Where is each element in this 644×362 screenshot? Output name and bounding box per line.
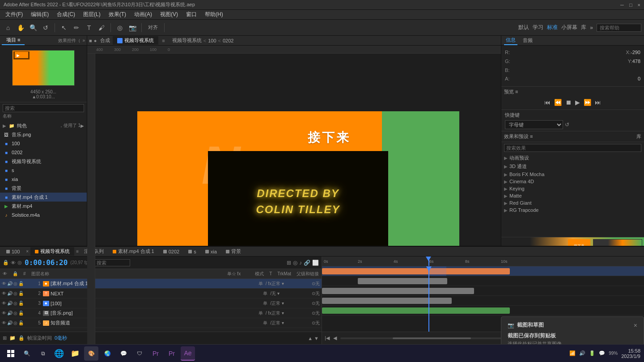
layer2-audio[interactable]: 🔊: [7, 291, 13, 296]
brush-icon[interactable]: 🖌: [96, 22, 107, 33]
taskbar-app1[interactable]: 🎨: [84, 346, 98, 361]
layer-solo-icon[interactable]: ◎: [17, 260, 22, 265]
tl-goto-start[interactable]: |◀: [325, 335, 330, 341]
layer-vis-icon[interactable]: 👁: [11, 260, 16, 265]
tl-tab-100[interactable]: 100: [2, 248, 24, 255]
tl-icon2[interactable]: ◎: [293, 260, 297, 266]
tl-bottom-icon1[interactable]: ⊞: [3, 335, 7, 341]
effect-group-animation[interactable]: ▶ 动画预设: [501, 154, 644, 162]
comp-menu-icon[interactable]: ≡: [162, 38, 165, 43]
tab-info[interactable]: 信息: [504, 36, 517, 45]
expand-icon[interactable]: »: [590, 25, 593, 31]
list-item-music[interactable]: 🖼 音乐.png: [0, 130, 87, 139]
prev-first-button[interactable]: ⏮: [544, 99, 551, 106]
layer1-solo[interactable]: ◎: [13, 281, 17, 286]
standard-label[interactable]: 标准: [547, 24, 558, 31]
tl-tab-0202[interactable]: 0202: [159, 248, 184, 255]
taskbar-edge[interactable]: 🌐: [52, 346, 66, 361]
taskbar-premiere1[interactable]: Pr: [148, 346, 163, 361]
start-button[interactable]: [4, 346, 18, 361]
project-search-input[interactable]: [3, 104, 84, 112]
tl-tab-bg[interactable]: 背景: [221, 247, 246, 256]
layer4-solo-btn[interactable]: 单: [258, 310, 263, 316]
tab-project[interactable]: 项目 ≡: [2, 36, 25, 45]
layer-5[interactable]: 👁 🔊 ◎ 🔓 5 ♪ 知音频道 单 / 正常 ▾ ⊙ 无: [0, 318, 322, 328]
tl-bottom-icon3[interactable]: 🔒: [18, 335, 25, 341]
zoom-icon[interactable]: 🔍: [28, 22, 38, 33]
menu-view[interactable]: 视图(V): [157, 10, 182, 19]
layer3-mode[interactable]: 正常 ▾: [271, 300, 289, 307]
tl-menu-icon[interactable]: ≡: [75, 249, 80, 254]
layer2-eye[interactable]: 👁: [2, 291, 6, 296]
menu-effects[interactable]: 效果(T): [105, 10, 130, 19]
effects-search-input[interactable]: [504, 144, 641, 152]
search-input[interactable]: [597, 24, 641, 32]
tab-audio[interactable]: 音频: [521, 36, 534, 45]
layer5-lock[interactable]: 🔓: [18, 320, 24, 325]
camera-icon[interactable]: 📷: [127, 22, 138, 33]
layer2-mode[interactable]: 无 ▾: [271, 290, 289, 297]
layer-3[interactable]: 👁 🔊 ◎ 🔓 3 ■ [100] 单 / 正常 ▾ ⊙ 无: [0, 299, 322, 308]
effect-group-matte[interactable]: ▶ Matte: [501, 192, 644, 199]
taskbar-wechat[interactable]: 💬: [116, 346, 131, 361]
pen-icon[interactable]: ✏: [71, 22, 82, 33]
layer1-eye[interactable]: 👁: [2, 281, 6, 286]
effect-group-trapcode[interactable]: ▶ RG Trapcode: [501, 206, 644, 214]
tl-tab-footage[interactable]: 素材.mp4 合成 1: [108, 247, 159, 256]
taskbar-ae[interactable]: Ae: [181, 346, 195, 361]
tl-icon5[interactable]: ⬜: [312, 260, 319, 266]
tl-tab-xia[interactable]: xia: [201, 248, 221, 255]
rotate-icon[interactable]: ↺: [40, 22, 51, 33]
smallscreen-label[interactable]: 小屏幕: [561, 24, 577, 31]
prev-back-button[interactable]: ⏪: [554, 99, 562, 106]
taskbar-premiere2[interactable]: Pr: [165, 346, 179, 361]
breadcrumb-0202[interactable]: 0202: [223, 38, 233, 43]
list-item-pure-color[interactable]: ▶ 📁 纯色 ，使用了 1 ▶: [0, 121, 87, 130]
taskbar-shield[interactable]: 🛡: [132, 346, 147, 361]
select-icon[interactable]: ↖: [59, 22, 69, 33]
layer3-eye[interactable]: 👁: [2, 301, 6, 306]
prev-forward-button[interactable]: ⏩: [584, 99, 591, 106]
menu-animate[interactable]: 动画(A): [131, 10, 156, 19]
prev-last-button[interactable]: ⏭: [595, 99, 601, 106]
default-label[interactable]: 默认: [518, 24, 529, 31]
text-icon[interactable]: T: [84, 22, 94, 33]
list-item-s[interactable]: ■ s: [0, 166, 87, 175]
layer2-solo-btn[interactable]: 单: [263, 290, 267, 297]
menu-help[interactable]: 帮助(H): [201, 10, 227, 19]
layer4-solo[interactable]: ◎: [13, 311, 17, 316]
playhead[interactable]: [428, 266, 429, 332]
layer2-lock[interactable]: 🔓: [18, 291, 24, 296]
layer3-solo[interactable]: ◎: [13, 301, 17, 306]
menu-compose[interactable]: 合成(C): [53, 10, 79, 19]
layer4-eye[interactable]: 👁: [2, 311, 6, 316]
effect-group-keying[interactable]: ▶ Keying: [501, 185, 644, 192]
menu-window[interactable]: 窗口: [182, 10, 200, 19]
tl-scrollbar-thumb[interactable]: [393, 337, 471, 339]
anchor-icon[interactable]: ◎: [114, 22, 125, 33]
layer-2[interactable]: 👁 🔊 ◎ 🔓 2 T NEXT 单 / 无 ▾ ⊙ 无: [0, 289, 322, 299]
tl-scroll-left[interactable]: ◀: [333, 335, 337, 341]
effects-lib-label[interactable]: 库: [636, 133, 641, 140]
expand-panel-icon[interactable]: »: [82, 38, 85, 43]
taskbar-taskview[interactable]: ⧉: [36, 346, 50, 361]
timeline-search-input[interactable]: [94, 259, 130, 266]
tl-tab-s[interactable]: s: [184, 248, 201, 255]
list-item-bg[interactable]: ■ 背景: [0, 184, 87, 193]
layer-4[interactable]: 👁 🔊 ◎ 🔓 4 🖼 [音乐.png] 单 / fx 正常 ▾ ⊙ 无: [0, 308, 322, 318]
list-item-0202[interactable]: ■ 0202: [0, 148, 87, 157]
layer5-solo-btn[interactable]: 单: [263, 320, 267, 326]
tl-icon1[interactable]: ⊞: [287, 260, 291, 266]
effect-group-3d[interactable]: ▶ 3D 通道: [501, 162, 644, 171]
layer3-lock[interactable]: 🔓: [18, 301, 24, 306]
effect-group-boris[interactable]: ▶ Boris FX Mocha: [501, 171, 644, 178]
layer2-solo[interactable]: ◎: [13, 291, 17, 296]
taskbar-explorer[interactable]: 📁: [68, 346, 82, 361]
layer4-fx[interactable]: / fx: [266, 311, 271, 316]
list-item-audio[interactable]: ♪ Solstice.m4a: [0, 210, 87, 219]
comp-tab-active[interactable]: 视频导视系统: [113, 36, 158, 45]
breadcrumb-video[interactable]: 视频导视系统: [172, 37, 202, 44]
list-item-xia[interactable]: ■ xia: [0, 175, 87, 184]
layer4-audio[interactable]: 🔊: [7, 311, 13, 316]
close-button[interactable]: ×: [638, 2, 640, 8]
